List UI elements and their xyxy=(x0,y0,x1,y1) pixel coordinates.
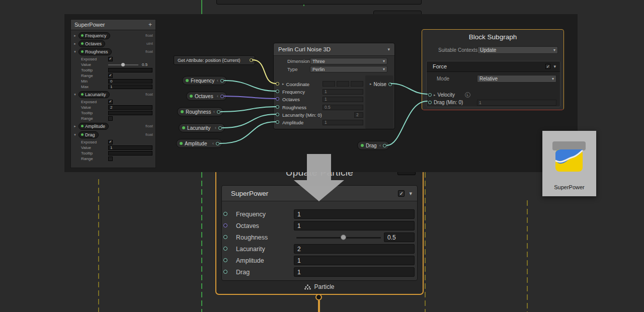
slider-handle[interactable] xyxy=(121,63,125,66)
chevron-down-icon[interactable]: ▾ xyxy=(387,47,390,52)
exposed-checkbox[interactable]: ✓ xyxy=(108,140,113,144)
frequency-port[interactable] xyxy=(276,90,279,93)
chevron-down-icon[interactable]: ▾ xyxy=(553,64,556,69)
superpower-block[interactable]: SuperPower ✓ ▾ Frequency 1 Octaves 1 Rou… xyxy=(221,185,418,281)
roughness-port[interactable] xyxy=(276,105,279,109)
collapse-icon[interactable]: ‹ xyxy=(215,125,216,130)
octaves-port[interactable] xyxy=(276,97,279,101)
update-particle-context-node[interactable]: Update Particle SuperPower ✓ ▾ Frequency… xyxy=(215,166,424,295)
force-block-header[interactable]: Force ✓ ▾ xyxy=(427,61,560,72)
foldout-icon[interactable]: ▾ xyxy=(73,133,77,137)
octaves-field[interactable]: 1 xyxy=(294,221,415,230)
frequency-field[interactable]: 1 xyxy=(323,89,363,95)
output-port[interactable] xyxy=(218,126,222,130)
octaves-field[interactable]: 1 xyxy=(323,97,363,102)
collapse-icon[interactable]: ‹ xyxy=(217,78,218,83)
collapse-icon[interactable]: ‹ xyxy=(213,109,215,114)
expand-icon[interactable]: ▸ xyxy=(282,82,284,86)
foldout-icon[interactable]: ▸ xyxy=(73,42,77,46)
blackboard[interactable]: SuperPower + ▸ Frequency float ▸ Octaves… xyxy=(70,19,156,168)
max-field[interactable]: 1 xyxy=(108,85,152,89)
force-enabled-checkbox[interactable]: ✓ xyxy=(545,64,550,69)
roughness-port[interactable] xyxy=(223,235,227,239)
tooltip-field[interactable] xyxy=(108,151,152,155)
amplitude-field[interactable]: 1 xyxy=(323,120,363,125)
perlin-curl-noise-node[interactable]: Perlin Curl Noise 3D ▾ Dimensions Three … xyxy=(273,43,395,129)
block-enabled-checkbox[interactable]: ✓ xyxy=(398,190,405,197)
octaves-port[interactable] xyxy=(223,223,227,227)
range-checkbox[interactable]: ✓ xyxy=(108,73,113,78)
blackboard-property-roughness[interactable]: ▾ Roughness float xyxy=(73,48,154,55)
block-subgraph-panel[interactable]: Block Subgraph Suitable Contexts Update … xyxy=(422,29,564,110)
suitable-contexts-dropdown[interactable]: Update ▾ xyxy=(477,46,558,54)
amplitude-port[interactable] xyxy=(223,258,227,262)
exposed-checkbox[interactable]: ✓ xyxy=(108,57,113,61)
context-flow-output-port[interactable] xyxy=(315,294,322,300)
lacunarity-port[interactable] xyxy=(276,113,279,116)
param-node-lacunarity[interactable]: Lacunarity ‹ xyxy=(179,123,225,132)
add-property-button[interactable]: + xyxy=(148,21,152,28)
tooltip-field[interactable] xyxy=(108,111,152,115)
param-node-drag[interactable]: Drag ‹ xyxy=(357,141,389,150)
output-port[interactable] xyxy=(220,79,224,83)
tooltip-field[interactable] xyxy=(108,68,152,72)
noise-output-port[interactable] xyxy=(388,83,392,86)
param-node-octaves[interactable]: Octaves ‹ xyxy=(186,92,227,101)
drag-port[interactable] xyxy=(223,270,227,274)
blackboard-property-lacunarity[interactable]: ▾ Lacunarity float xyxy=(73,91,154,98)
force-block[interactable]: Force ✓ ▾ Mode Relative ▾ ▸ Velocity L D… xyxy=(426,61,560,107)
frequency-port[interactable] xyxy=(223,212,227,216)
blackboard-property-amplitude[interactable]: ▸ Amplitude float xyxy=(73,122,154,130)
output-port[interactable] xyxy=(383,144,386,147)
collapse-icon[interactable]: ‹ xyxy=(379,143,381,148)
range-checkbox[interactable] xyxy=(108,157,113,161)
output-port[interactable] xyxy=(217,110,220,114)
amplitude-field[interactable]: 1 xyxy=(294,256,415,265)
coordinate-z-field[interactable] xyxy=(351,81,363,87)
value-field[interactable]: 1 xyxy=(108,145,152,150)
amplitude-port[interactable] xyxy=(276,120,279,124)
lacunarity-field[interactable]: 2 xyxy=(354,112,363,118)
mode-dropdown[interactable]: Relative ▾ xyxy=(477,75,556,83)
chevron-down-icon[interactable]: ▾ xyxy=(409,190,412,197)
param-node-roughness[interactable]: Roughness ‹ xyxy=(177,107,223,116)
coordinate-x-field[interactable] xyxy=(323,81,335,87)
coordinate-port[interactable] xyxy=(276,82,279,86)
roughness-value-field[interactable]: 0.5 xyxy=(384,232,415,242)
drag-value-field[interactable]: 1 xyxy=(477,100,556,106)
coordinate-y-field[interactable] xyxy=(337,81,349,87)
velocity-port[interactable] xyxy=(428,93,432,97)
collapse-icon[interactable]: ‹ xyxy=(212,141,214,146)
value-slider[interactable] xyxy=(108,62,138,67)
foldout-icon[interactable]: ▸ xyxy=(73,124,77,128)
roughness-slider-handle[interactable] xyxy=(341,235,346,240)
value-field[interactable]: 2 xyxy=(108,105,152,110)
dimensions-dropdown[interactable]: Three ▾ xyxy=(310,58,387,64)
drag-port[interactable] xyxy=(428,101,432,104)
min-field[interactable]: 0 xyxy=(108,79,152,84)
output-port[interactable] xyxy=(216,142,219,145)
superpower-block-header[interactable]: SuperPower ✓ ▾ xyxy=(222,186,417,201)
exposed-checkbox[interactable]: ✓ xyxy=(108,100,113,104)
blackboard-property-frequency[interactable]: ▸ Frequency float xyxy=(73,32,154,39)
drag-field[interactable]: 1 xyxy=(294,267,415,277)
blackboard-property-octaves[interactable]: ▸ Octaves uint xyxy=(73,40,154,47)
lacunarity-field[interactable]: 2 xyxy=(294,244,415,254)
range-checkbox[interactable] xyxy=(108,116,113,121)
collapse-icon[interactable]: ‹ xyxy=(217,94,218,99)
foldout-icon[interactable]: ▾ xyxy=(73,93,77,97)
space-toggle[interactable]: L xyxy=(465,92,470,98)
lacunarity-port[interactable] xyxy=(223,247,227,251)
param-node-amplitude[interactable]: Amplitude ‹ xyxy=(176,139,222,148)
roughness-field[interactable]: 0.5 xyxy=(323,105,363,110)
foldout-icon[interactable]: ▸ xyxy=(73,34,77,38)
output-port[interactable] xyxy=(220,95,224,98)
param-node-frequency[interactable]: Frequency ‹ xyxy=(182,76,227,85)
blackboard-property-drag[interactable]: ▾ Drag float xyxy=(73,131,154,138)
position-output-port[interactable] xyxy=(250,58,253,62)
get-attribute-node[interactable]: Get Attribute: position (Current) xyxy=(174,55,255,65)
node-header[interactable]: Perlin Curl Noise 3D ▾ xyxy=(274,43,394,56)
frequency-field[interactable]: 1 xyxy=(294,209,415,219)
foldout-icon[interactable]: ▾ xyxy=(73,50,77,54)
roughness-slider-track[interactable] xyxy=(296,237,381,239)
